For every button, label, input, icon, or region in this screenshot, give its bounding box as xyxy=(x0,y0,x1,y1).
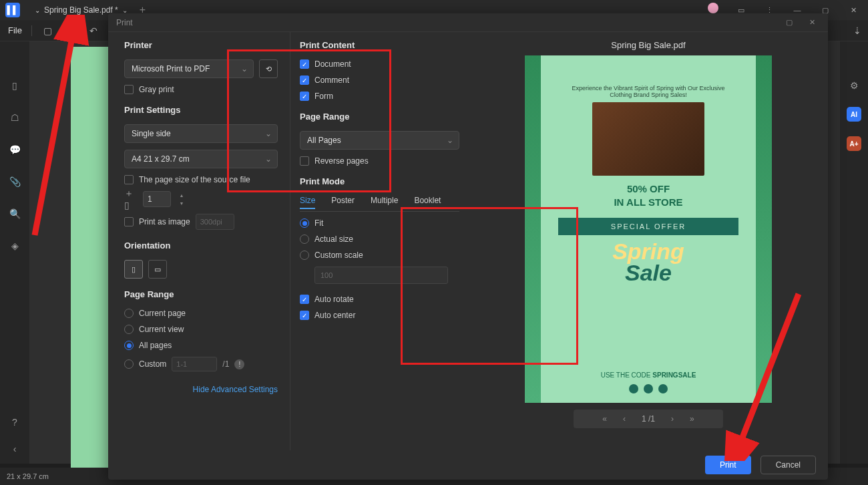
page-indicator: 1 /1 xyxy=(642,414,655,424)
sides-select[interactable]: Single side xyxy=(124,124,278,143)
content-document-checkbox[interactable]: ✓Document xyxy=(300,59,459,69)
print-preview-pane: Spring Big Sale.pdf Experience the Vibra… xyxy=(469,32,828,450)
print-button[interactable]: Print xyxy=(705,456,751,474)
cancel-button[interactable]: Cancel xyxy=(761,456,816,474)
attachment-icon[interactable]: 📎 xyxy=(8,175,21,188)
preview-tagline: Experience the Vibrant Spirit of Spring … xyxy=(568,85,728,98)
orientation-title: Orientation xyxy=(124,240,278,251)
range-current-page-radio[interactable]: Current page xyxy=(124,309,278,318)
copies-field[interactable]: 1 xyxy=(143,191,171,207)
preview-headline: Spring Sale xyxy=(612,240,684,284)
range-all-pages-radio[interactable]: All pages xyxy=(124,341,278,350)
bookmark-icon[interactable]: ☖ xyxy=(8,111,21,124)
dialog-header: Print ▢ ✕ xyxy=(108,13,828,32)
nav-first-button[interactable]: « xyxy=(602,414,607,424)
paper-size-select[interactable]: A4 21 x 29.7 cm xyxy=(124,150,278,168)
print-mode-title: Print Mode xyxy=(300,176,459,186)
layers-icon[interactable]: ◈ xyxy=(8,239,21,253)
print-dialog: Print ▢ ✕ Printer Microsoft Print to PDF… xyxy=(108,13,828,480)
preview-discount: 50% OFFIN ALL STORE xyxy=(614,182,682,208)
preview-offer-band: SPECIAL OFFER xyxy=(558,218,738,235)
comment-icon[interactable]: 💬 xyxy=(8,143,21,156)
preview-page-nav: « ‹ 1 /1 › » xyxy=(574,410,723,428)
properties-icon[interactable]: ⚙ xyxy=(847,79,861,92)
page-range-select[interactable]: All Pages xyxy=(300,131,459,150)
mode-tab-poster[interactable]: Poster xyxy=(331,196,355,209)
print-as-image-checkbox[interactable]: Print as image xyxy=(124,217,190,226)
preview-hero-image xyxy=(592,102,704,176)
nav-last-button[interactable]: » xyxy=(690,414,694,424)
mode-tab-size[interactable]: Size xyxy=(300,196,315,209)
range-current-view-radio[interactable]: Current view xyxy=(124,325,278,334)
close-button[interactable]: ✕ xyxy=(844,3,863,17)
save-icon[interactable]: ▢ xyxy=(41,24,55,37)
preview-filename: Spring Big Sale.pdf xyxy=(611,40,685,50)
tab-filename: Spring Big Sale.pdf * xyxy=(44,5,118,15)
range-custom-field[interactable]: 1-1 xyxy=(172,357,217,371)
page-range-left-title: Page Range xyxy=(124,289,278,299)
dialog-close-button[interactable]: ✕ xyxy=(804,16,820,29)
range-help-icon[interactable]: ! xyxy=(234,359,244,369)
copies-up-button[interactable]: ▲ xyxy=(176,191,187,199)
auto-rotate-checkbox[interactable]: ✓Auto rotate xyxy=(300,295,459,304)
dialog-title: Print xyxy=(116,18,133,27)
reverse-pages-checkbox[interactable]: Reverse pages xyxy=(300,156,459,166)
app-logo: ▌▌ xyxy=(5,3,20,17)
mode-tab-multiple[interactable]: Multiple xyxy=(371,196,398,209)
nav-next-button[interactable]: › xyxy=(671,414,674,424)
dialog-maximize-button[interactable]: ▢ xyxy=(781,16,797,29)
file-menu[interactable]: File xyxy=(8,25,22,35)
preview-social-icons xyxy=(629,384,668,393)
dialog-footer: Print Cancel xyxy=(108,450,828,480)
nav-prev-button[interactable]: ‹ xyxy=(623,414,626,424)
range-custom-radio[interactable]: Custom xyxy=(124,359,166,369)
range-total: /1 xyxy=(222,359,229,369)
mode-fit-radio[interactable]: Fit xyxy=(300,218,459,228)
preview-page: Experience the Vibrant Spirit of Spring … xyxy=(525,55,772,403)
auto-center-checkbox[interactable]: ✓Auto center xyxy=(300,311,459,320)
custom-scale-field[interactable]: 100 xyxy=(314,267,448,284)
advanced-settings-link[interactable]: Hide Advanced Settings xyxy=(124,385,278,394)
print-settings-left: Printer Microsoft Print to PDF ⟲ Gray pr… xyxy=(108,32,290,450)
print-content-title: Print Content xyxy=(300,40,459,50)
facebook-icon xyxy=(644,384,653,393)
dpi-field[interactable]: 300dpi xyxy=(196,214,234,230)
search-icon[interactable]: 🔍 xyxy=(8,207,21,220)
user-avatar[interactable] xyxy=(708,3,718,13)
source-size-checkbox[interactable]: The page size of the source file xyxy=(124,175,278,184)
document-icon[interactable]: ▯ xyxy=(8,79,21,92)
a-plus-badge-icon[interactable]: A+ xyxy=(847,136,861,151)
print-settings-mid: Print Content ✓Document ✓Comment ✓Form P… xyxy=(290,32,469,450)
collapse-icon[interactable]: ‹ xyxy=(8,442,21,456)
printer-select[interactable]: Microsoft Print to PDF xyxy=(124,59,254,78)
mode-tab-booklet[interactable]: Booklet xyxy=(414,196,441,209)
mode-actual-radio[interactable]: Actual size xyxy=(300,234,459,244)
orientation-portrait-button[interactable]: ▯ xyxy=(124,260,143,279)
copies-down-button[interactable]: ▼ xyxy=(176,199,187,207)
content-comment-checkbox[interactable]: ✓Comment xyxy=(300,75,459,85)
chevron-down-icon: ⌄ xyxy=(122,7,128,14)
left-rail: ▯ ☖ 💬 📎 🔍 ◈ ? ‹ xyxy=(0,41,29,464)
content-form-checkbox[interactable]: ✓Form xyxy=(300,92,459,101)
mode-custom-radio[interactable]: Custom scale xyxy=(300,251,459,260)
gray-print-checkbox[interactable]: Gray print xyxy=(124,85,278,94)
page-range-mid-title: Page Range xyxy=(300,112,459,122)
twitter-icon xyxy=(658,384,668,393)
orientation-landscape-button[interactable]: ▭ xyxy=(148,260,167,279)
undo-icon[interactable]: ↶ xyxy=(87,24,100,37)
copies-icon: ＋▯ xyxy=(124,192,138,206)
cloud-download-icon[interactable]: ⇣ xyxy=(851,24,864,37)
ai-badge-icon[interactable]: AI xyxy=(847,107,861,122)
preview-code: USE THE CODE SPRINGSALE xyxy=(601,371,696,379)
print-icon[interactable]: ⎙ xyxy=(64,24,77,37)
printer-section-title: Printer xyxy=(124,40,278,50)
right-rail: ⚙ AI A+ xyxy=(840,41,868,464)
print-settings-title: Print Settings xyxy=(124,105,278,115)
help-icon[interactable]: ? xyxy=(8,416,21,429)
instagram-icon xyxy=(629,384,638,393)
chevron-down-icon: ⌄ xyxy=(35,7,40,14)
printer-properties-button[interactable]: ⟲ xyxy=(259,59,278,78)
page-dimensions: 21 x 29.7 cm xyxy=(7,472,49,480)
